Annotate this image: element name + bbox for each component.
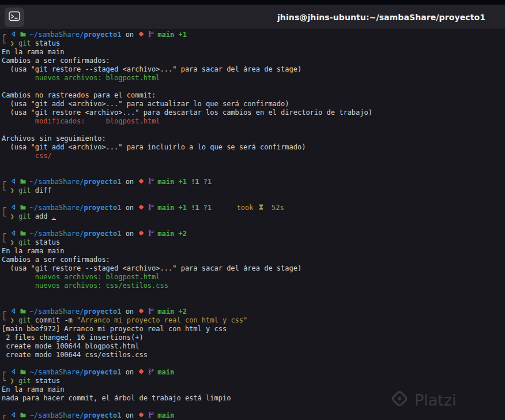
text-segment: └ — [2, 316, 10, 324]
terminal-line: 2 files changed, 16 insertions(+) — [2, 333, 505, 342]
terminal-line: └ ❯ git status — [2, 238, 505, 247]
screen: { "window": { "title": "jhins@jhins-ubun… — [0, 0, 505, 420]
terminal-line: Cambios no rastreados para el commit: — [2, 91, 505, 100]
text-segment: ❯ — [10, 238, 18, 246]
text-segment: !1 — [187, 178, 199, 186]
terminal-line — [2, 290, 505, 299]
text-segment: on — [121, 230, 138, 238]
text-segment: git — [18, 316, 31, 324]
folder-icon — [20, 411, 27, 420]
folder-icon — [20, 308, 27, 316]
text-segment: proyecto1 — [84, 308, 121, 316]
terminal-line: (usa "git restore <archivo>..." para des… — [2, 108, 505, 117]
terminal-line — [2, 82, 505, 91]
text-segment: took — [212, 204, 257, 212]
terminal-line: (usa "git restore --staged <archivo>..."… — [2, 65, 505, 74]
text-segment: ❯ — [10, 377, 18, 385]
text-segment: "Arranco mi proyecto real con html y css… — [77, 316, 247, 324]
branch-icon — [148, 368, 154, 377]
text-segment: status — [31, 39, 61, 47]
text-segment: ~/sambaShare/ — [29, 204, 84, 212]
text-segment: +1 — [174, 178, 187, 186]
text-segment: css/ — [2, 152, 52, 160]
text-segment: ❯ — [10, 212, 18, 220]
text-segment: git — [18, 238, 31, 246]
terminal-line — [2, 221, 505, 230]
terminal-line: (usa "git restore --staged <archivo>..."… — [2, 264, 505, 273]
terminal-line — [2, 160, 505, 169]
os-icon — [10, 308, 17, 316]
text-segment: └ — [2, 238, 10, 246]
terminal-line: └ ❯ git diff — [2, 186, 505, 195]
os-icon — [10, 368, 17, 377]
text-segment: En la rama main — [2, 385, 64, 393]
text-segment: 52s — [267, 204, 284, 212]
text-segment: main — [157, 178, 174, 186]
text-segment: diff — [31, 186, 52, 194]
git-icon — [138, 411, 145, 420]
text-segment: Cambios a ser confirmados: — [2, 256, 110, 264]
text-segment: proyecto1 — [84, 368, 121, 376]
text-segment: Archivos sin seguimiento: — [2, 134, 106, 142]
text-segment: +1 — [174, 204, 187, 212]
text-segment: on — [121, 178, 138, 186]
titlebar: jhins@jhins-ubuntu:~/sambaShare/proyecto… — [0, 5, 505, 30]
terminal-line: css/ — [2, 152, 505, 160]
terminal-line: En la rama main — [2, 385, 505, 394]
text-segment: En la rama main — [2, 48, 64, 56]
text-segment: on — [121, 411, 138, 419]
text-segment: git — [18, 39, 31, 47]
terminal-line: ┌ ~/sambaShare/proyecto1 on main +1 !1 ?… — [2, 204, 505, 212]
text-segment: ?1 — [199, 178, 212, 186]
terminal-line: create mode 100644 blogpost.html — [2, 342, 505, 351]
folder-icon — [20, 368, 27, 377]
text-segment: ┌ — [2, 204, 10, 212]
text-segment: ❯ — [10, 39, 18, 47]
text-segment: create mode 100644 css/estilos.css — [2, 351, 148, 359]
git-icon — [138, 368, 145, 377]
terminal-line: nuevos archivos: css/estilos.css — [2, 282, 505, 290]
text-segment: create mode 100644 blogpost.html — [2, 342, 139, 350]
branch-icon — [148, 411, 154, 420]
terminal-line: modificados: blogpost.html — [2, 117, 505, 126]
terminal-line: En la rama main — [2, 247, 505, 256]
text-segment: ┌ — [2, 31, 10, 39]
os-icon — [10, 230, 17, 238]
terminal-line: (usa "git add <archivo>..." para incluir… — [2, 143, 505, 152]
terminal-line: └ ❯ git add . — [2, 212, 505, 221]
text-segment: commit -m — [31, 316, 77, 324]
terminal-app-button[interactable] — [5, 7, 24, 27]
text-segment: proyecto1 — [84, 204, 121, 212]
text-segment: main — [157, 230, 174, 238]
terminal-line — [2, 169, 505, 178]
text-segment: on — [121, 204, 138, 212]
terminal-screen[interactable]: ┌ ~/sambaShare/proyecto1 on main +1└ ❯ g… — [0, 30, 505, 420]
terminal-line: Cambios a ser confirmados: — [2, 57, 505, 65]
text-segment: +2 — [174, 230, 187, 238]
text-segment: on — [121, 368, 138, 376]
text-segment: !1 — [187, 204, 199, 212]
folder-icon — [20, 204, 27, 212]
terminal-line: nada para hacer commit, el árbol de trab… — [2, 394, 505, 403]
desktop-top-strip — [0, 0, 505, 5]
text-segment: └ — [2, 186, 10, 194]
terminal-line — [2, 299, 505, 308]
os-icon — [10, 178, 17, 186]
text-segment: Cambios a ser confirmados: — [2, 57, 110, 65]
branch-icon — [148, 178, 154, 186]
text-segment: git — [18, 212, 31, 220]
terminal-line: Cambios a ser confirmados: — [2, 256, 505, 264]
os-icon — [10, 411, 17, 420]
branch-icon — [148, 308, 154, 316]
branch-icon — [148, 204, 154, 212]
text-segment: main — [157, 368, 174, 376]
terminal-line: ┌ ~/sambaShare/proyecto1 on main — [2, 411, 505, 420]
text-segment: ~/sambaShare/ — [29, 31, 84, 39]
text-segment: ~/sambaShare/ — [29, 178, 84, 186]
text-segment: ┌ — [2, 411, 10, 419]
window-title: jhins@jhins-ubuntu:~/sambaShare/proyecto… — [277, 13, 485, 22]
folder-icon — [20, 230, 27, 238]
text-segment: proyecto1 — [84, 230, 121, 238]
text-segment: En la rama main — [2, 247, 64, 255]
text-segment: main — [157, 204, 174, 212]
